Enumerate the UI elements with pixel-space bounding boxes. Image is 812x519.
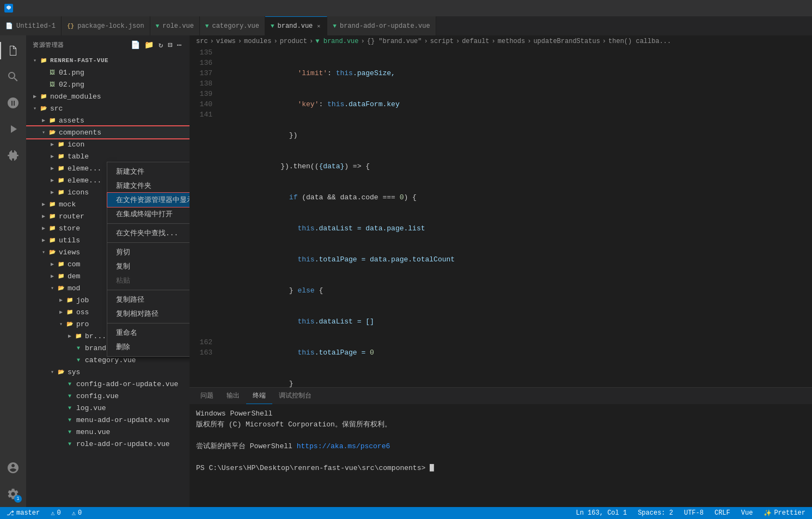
- tab-label: brand-add-or-update.vue: [340, 22, 430, 30]
- menu-open-terminal[interactable]: 在集成终端中打开: [107, 207, 190, 221]
- code-line: 'key': this.dataForm.key: [221, 99, 812, 109]
- activity-extensions[interactable]: [0, 142, 26, 168]
- breadcrumb-part: then() callba...: [608, 38, 671, 45]
- panel-tab-output[interactable]: 输出: [220, 388, 246, 404]
- tree-item-components[interactable]: ▾ 📂 components: [26, 126, 190, 138]
- activity-settings[interactable]: 1: [0, 481, 26, 507]
- line-num: [194, 182, 212, 192]
- tab-untitled[interactable]: 📄 Untitled-1: [0, 16, 62, 35]
- code-line: if (data && data.code === 0) {: [221, 192, 812, 203]
- tree-item-config-add[interactable]: ▼ config-add-or-update.vue: [26, 378, 190, 390]
- folder-open-icon: 📂: [65, 320, 74, 328]
- tab-close-icon[interactable]: ✕: [316, 22, 321, 30]
- line-num: [194, 244, 212, 254]
- tab-package-lock[interactable]: {} package-lock.json: [62, 16, 150, 35]
- activity-search[interactable]: [0, 64, 26, 90]
- collapse-icon[interactable]: ⊟: [167, 39, 174, 51]
- status-language[interactable]: Vue: [739, 509, 755, 517]
- status-spaces[interactable]: Spaces: 2: [636, 509, 675, 517]
- file-label: config.vue: [76, 392, 119, 400]
- tab-category[interactable]: ▼ category.vue: [200, 16, 265, 35]
- tree-item-table[interactable]: ▶ 📁 table: [26, 150, 190, 162]
- new-folder-icon[interactable]: 📁: [143, 39, 155, 51]
- menu-item-label: 在集成终端中打开: [116, 209, 173, 219]
- folder-closed-icon: 📁: [57, 188, 65, 197]
- status-errors[interactable]: ⚠ 0: [48, 509, 63, 517]
- tab-label: package-lock.json: [77, 22, 144, 30]
- panel-tab-debug[interactable]: 调试控制台: [272, 388, 318, 404]
- menu-item-label: 在文件资源管理器中显示: [116, 195, 190, 205]
- menu-new-file[interactable]: 新建文件: [107, 164, 190, 179]
- tree-spacer: [57, 404, 65, 412]
- status-warnings[interactable]: ⚠ 0: [70, 509, 84, 517]
- folder-closed-icon: 📁: [48, 224, 57, 233]
- menu-new-folder[interactable]: 新建文件夹: [107, 179, 190, 193]
- tree-item-icon[interactable]: ▶ 📁 icon: [26, 138, 190, 150]
- sidebar-title: 资源管理器: [33, 41, 64, 49]
- status-formatter[interactable]: ✨ Prettier: [761, 509, 808, 517]
- chevron-right-icon: ▶: [39, 224, 48, 233]
- menu-copy-relative[interactable]: 复制相对路径 Ctrl+K Ctrl+Shift+C: [107, 307, 190, 321]
- panel-tab-label: 终端: [253, 391, 266, 400]
- ellipsis-icon[interactable]: ⋯: [176, 39, 183, 51]
- position-label: Ln 163, Col 1: [576, 509, 627, 517]
- menu-find-in-folder[interactable]: 在文件夹中查找... Shift+Alt+F: [107, 226, 190, 240]
- activity-run[interactable]: [0, 116, 26, 142]
- status-encoding[interactable]: UTF-8: [682, 509, 706, 517]
- error-count: 0: [57, 509, 60, 517]
- menu-copy-path[interactable]: 复制路径 Shift+Alt+C: [107, 292, 190, 307]
- activity-git[interactable]: [0, 90, 26, 116]
- breadcrumb-part: {} "brand.vue": [367, 38, 422, 45]
- menu-rename[interactable]: 重命名 F2: [107, 326, 190, 340]
- tree-item-role-add[interactable]: ▼ role-add-or-update.vue: [26, 438, 190, 450]
- folder-open-icon: 📂: [48, 128, 57, 137]
- tree-spacer: [57, 392, 65, 400]
- line-num: 136: [194, 58, 212, 68]
- panel-tab-terminal[interactable]: 终端: [246, 388, 272, 404]
- status-eol[interactable]: CRLF: [712, 509, 732, 517]
- new-file-icon[interactable]: 📄: [130, 39, 142, 51]
- tree-item-menu-add[interactable]: ▼ menu-add-or-update.vue: [26, 414, 190, 426]
- panel-tab-problems[interactable]: 问题: [194, 388, 220, 404]
- chevron-right-icon: ▶: [39, 236, 48, 245]
- tree-item-02png[interactable]: 🖼 02.png: [26, 78, 190, 90]
- menu-cut[interactable]: 剪切 Ctrl+X: [107, 245, 190, 259]
- tree-spacer: [65, 356, 74, 364]
- activity-account[interactable]: [0, 455, 26, 481]
- line-num: [194, 285, 212, 296]
- chevron-down-icon: ▾: [48, 284, 57, 292]
- activity-explorer[interactable]: [0, 38, 26, 64]
- file-label: category.vue: [85, 356, 136, 364]
- menu-delete[interactable]: 删除 Delete: [107, 340, 190, 354]
- menu-paste[interactable]: 粘贴 Ctrl+V: [107, 273, 190, 288]
- tree-root[interactable]: ▾ 📁 RENREN-FAST-VUE: [26, 54, 190, 66]
- menu-item-label: 在文件夹中查找...: [116, 228, 178, 238]
- code-content[interactable]: 'limit': this.pageSize, 'key': this.data…: [217, 47, 812, 387]
- line-numbers: 135 136 137 138 139 140 141: [190, 47, 217, 387]
- tab-brand[interactable]: ▼ brand.vue ✕: [265, 16, 327, 35]
- tree-item-config[interactable]: ▼ config.vue: [26, 390, 190, 402]
- terminal-line: [196, 430, 805, 441]
- tab-brand-add[interactable]: ▼ brand-add-or-update.vue: [327, 16, 436, 35]
- menu-copy[interactable]: 复制 Ctrl+C: [107, 259, 190, 273]
- status-position[interactable]: Ln 163, Col 1: [574, 509, 630, 517]
- tree-item-01png[interactable]: 🖼 01.png: [26, 66, 190, 78]
- terminal-link[interactable]: https://aka.ms/pscore6: [297, 442, 390, 450]
- tree-item-assets[interactable]: ▶ 📁 assets: [26, 114, 190, 126]
- tree-item-log[interactable]: ▼ log.vue: [26, 402, 190, 414]
- status-branch[interactable]: ⎇ master: [4, 509, 42, 517]
- tree-item-node-modules[interactable]: ▶ 📁 node_modules: [26, 90, 190, 102]
- breadcrumb-sep: ›: [456, 38, 460, 45]
- tree-item-sys[interactable]: ▾ 📂 sys: [26, 366, 190, 378]
- folder-label: views: [59, 248, 80, 257]
- refresh-icon[interactable]: ↻: [157, 39, 164, 51]
- tree-item-src[interactable]: ▾ 📂 src: [26, 102, 190, 114]
- menu-reveal-explorer[interactable]: 在文件资源管理器中显示 Shift+Alt+R: [107, 193, 190, 207]
- menu-item-label: 粘贴: [116, 276, 130, 285]
- breadcrumb-part: product: [280, 38, 307, 45]
- folder-closed-icon: 📁: [48, 116, 57, 125]
- chevron-right-icon: ▶: [48, 260, 57, 268]
- tree-item-menu[interactable]: ▼ menu.vue: [26, 426, 190, 438]
- tab-role[interactable]: ▼ role.vue: [150, 16, 200, 35]
- code-line: this.dataList = []: [221, 316, 812, 327]
